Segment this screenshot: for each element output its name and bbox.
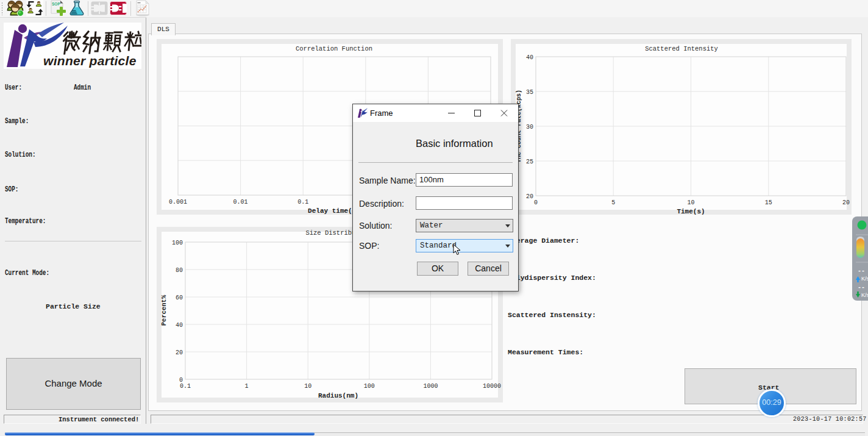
svg-text:0.1: 0.1 [297,199,308,205]
svg-text:K/s: K/s [861,292,868,298]
svg-text:1000: 1000 [423,383,438,390]
svg-text:40: 40 [176,322,183,329]
svg-text:20: 20 [526,193,533,200]
svg-text:winner particle: winner particle [43,54,137,68]
svg-text:60: 60 [176,295,183,301]
svg-text:--: -- [858,284,865,291]
svg-text:100: 100 [364,383,375,390]
svg-text:20: 20 [176,349,183,356]
svg-text:15: 15 [765,199,772,206]
svg-text:Scattered Intensity: Scattered Intensity [645,45,718,52]
svg-text:1: 1 [245,383,249,390]
svg-text:35: 35 [526,89,533,96]
svg-text:0.001: 0.001 [169,199,187,205]
svg-text:20: 20 [842,199,850,206]
svg-text:Percent%: Percent% [160,295,168,326]
svg-text:5: 5 [611,199,615,206]
svg-text:Correlation Function: Correlation Function [296,45,372,52]
svg-text:30: 30 [526,124,533,130]
svg-text:25: 25 [526,159,533,165]
svg-text:Time(s): Time(s) [677,208,705,215]
svg-text:10: 10 [687,199,694,206]
svg-text:10000: 10000 [483,383,501,390]
svg-text:SOP: SOP [52,2,60,6]
svg-text:0.1: 0.1 [180,383,191,390]
svg-text:100: 100 [172,240,183,246]
svg-text:--: -- [858,268,865,274]
svg-text:80: 80 [176,267,183,274]
svg-text:0: 0 [534,199,538,206]
svg-text:10: 10 [304,383,311,390]
svg-text:K/s: K/s [861,276,868,282]
svg-text:40: 40 [526,54,533,61]
svg-text:0.01: 0.01 [233,199,248,205]
svg-text:Radius(nm): Radius(nm) [318,392,358,399]
